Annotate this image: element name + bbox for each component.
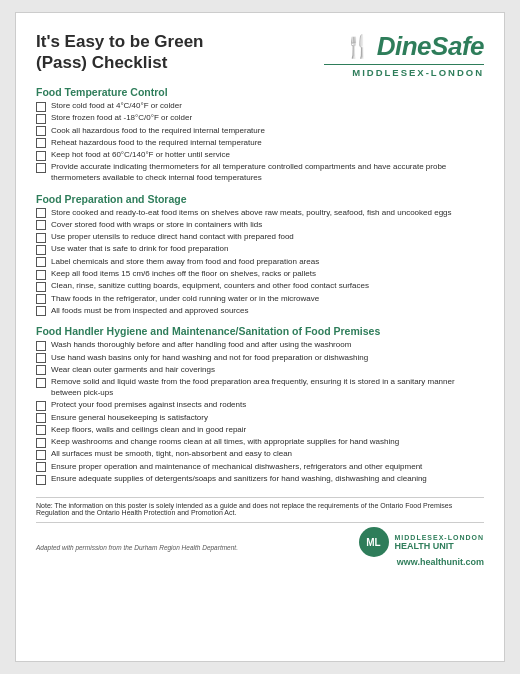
- checkbox[interactable]: [36, 208, 46, 218]
- checkbox[interactable]: [36, 114, 46, 124]
- page: It's Easy to be Green (Pass) Checklist 🍴…: [15, 12, 505, 662]
- logo-block: 🍴 DineSafe MIDDLESEX-LONDON: [324, 31, 484, 78]
- list-item: Store cooked and ready-to-eat food items…: [36, 208, 484, 219]
- list-item: Cook all hazardous food to the required …: [36, 126, 484, 137]
- checkbox[interactable]: [36, 220, 46, 230]
- list-item: Label chemicals and store them away from…: [36, 257, 484, 268]
- checklist-food-preparation: Store cooked and ready-to-eat food items…: [36, 208, 484, 317]
- list-item: All surfaces must be smooth, tight, non-…: [36, 449, 484, 460]
- section-title-food-handler: Food Handler Hygiene and Maintenance/San…: [36, 325, 484, 337]
- checkbox[interactable]: [36, 475, 46, 485]
- checkbox[interactable]: [36, 294, 46, 304]
- checklist-food-temperature: Store cold food at 4°C/40°F or colder St…: [36, 101, 484, 184]
- page-title: It's Easy to be Green (Pass) Checklist: [36, 31, 324, 74]
- checkbox[interactable]: [36, 151, 46, 161]
- checkbox[interactable]: [36, 245, 46, 255]
- list-item: Reheat hazardous food to the required in…: [36, 138, 484, 149]
- list-item: Keep washrooms and change rooms clean at…: [36, 437, 484, 448]
- checkbox[interactable]: [36, 306, 46, 316]
- dinesafe-logo: 🍴 DineSafe: [344, 31, 484, 62]
- section-food-handler: Food Handler Hygiene and Maintenance/San…: [36, 325, 484, 486]
- checkbox[interactable]: [36, 365, 46, 375]
- checkbox[interactable]: [36, 378, 46, 388]
- checkbox[interactable]: [36, 102, 46, 112]
- list-item: Keep all food items 15 cm/6 inches off t…: [36, 269, 484, 280]
- health-unit-block: ML MIDDLESEX-LONDON HEALTH UNIT www.heal…: [359, 527, 485, 567]
- list-item: Ensure proper operation and maintenance …: [36, 462, 484, 473]
- list-item: Ensure general housekeeping is satisfact…: [36, 413, 484, 424]
- list-item: Use proper utensils to reduce direct han…: [36, 232, 484, 243]
- section-title-food-preparation: Food Preparation and Storage: [36, 193, 484, 205]
- middlesex-london-bottom: MIDDLESEX-LONDON: [395, 534, 485, 541]
- list-item: Ensure adequate supplies of detergents/s…: [36, 474, 484, 485]
- checkbox[interactable]: [36, 163, 46, 173]
- dinesafe-text: DineSafe: [377, 31, 484, 62]
- fork-icon: 🍴: [344, 34, 371, 60]
- header: It's Easy to be Green (Pass) Checklist 🍴…: [36, 31, 484, 78]
- footer-note: Note: The information on this poster is …: [36, 497, 484, 516]
- checkbox[interactable]: [36, 425, 46, 435]
- list-item: Keep floors, walls and ceilings clean an…: [36, 425, 484, 436]
- health-unit-label: HEALTH UNIT: [395, 541, 485, 551]
- list-item: Wash hands thoroughly before and after h…: [36, 340, 484, 351]
- section-food-preparation: Food Preparation and Storage Store cooke…: [36, 193, 484, 319]
- checkbox[interactable]: [36, 138, 46, 148]
- adapted-text: Adapted with permission from the Durham …: [36, 544, 238, 551]
- checkbox[interactable]: [36, 462, 46, 472]
- list-item: Provide accurate indicating thermometers…: [36, 162, 484, 184]
- list-item: Use hand wash basins only for hand washi…: [36, 353, 484, 364]
- list-item: Clean, rinse, sanitize cutting boards, e…: [36, 281, 484, 292]
- checkbox[interactable]: [36, 401, 46, 411]
- ml-logo-row: ML MIDDLESEX-LONDON HEALTH UNIT: [359, 527, 485, 557]
- checkbox[interactable]: [36, 413, 46, 423]
- checkbox[interactable]: [36, 438, 46, 448]
- middlesex-london-header: MIDDLESEX-LONDON: [324, 64, 484, 78]
- checkbox[interactable]: [36, 282, 46, 292]
- checkbox[interactable]: [36, 450, 46, 460]
- checkbox[interactable]: [36, 353, 46, 363]
- list-item: Protect your food premises against insec…: [36, 400, 484, 411]
- checklist-food-handler: Wash hands thoroughly before and after h…: [36, 340, 484, 485]
- section-food-temperature: Food Temperature Control Store cold food…: [36, 86, 484, 186]
- list-item: Use water that is safe to drink for food…: [36, 244, 484, 255]
- checkbox[interactable]: [36, 257, 46, 267]
- list-item: Thaw foods in the refrigerator, under co…: [36, 294, 484, 305]
- list-item: Store frozen food at -18°C/0°F or colder: [36, 113, 484, 124]
- title-block: It's Easy to be Green (Pass) Checklist: [36, 31, 324, 74]
- checkbox[interactable]: [36, 233, 46, 243]
- checkbox[interactable]: [36, 270, 46, 280]
- list-item: Store cold food at 4°C/40°F or colder: [36, 101, 484, 112]
- health-unit-text-block: MIDDLESEX-LONDON HEALTH UNIT: [395, 534, 485, 551]
- list-item: Cover stored food with wraps or store in…: [36, 220, 484, 231]
- list-item: Keep hot food at 60°C/140°F or hotter un…: [36, 150, 484, 161]
- list-item: Remove solid and liquid waste from the f…: [36, 377, 484, 399]
- checkbox[interactable]: [36, 341, 46, 351]
- ml-circle: ML: [359, 527, 389, 557]
- bottom-bar: Adapted with permission from the Durham …: [36, 522, 484, 567]
- section-title-food-temperature: Food Temperature Control: [36, 86, 484, 98]
- list-item: All foods must be from inspected and app…: [36, 306, 484, 317]
- website-url: www.healthunit.com: [397, 557, 484, 567]
- list-item: Wear clean outer garments and hair cover…: [36, 365, 484, 376]
- checkbox[interactable]: [36, 126, 46, 136]
